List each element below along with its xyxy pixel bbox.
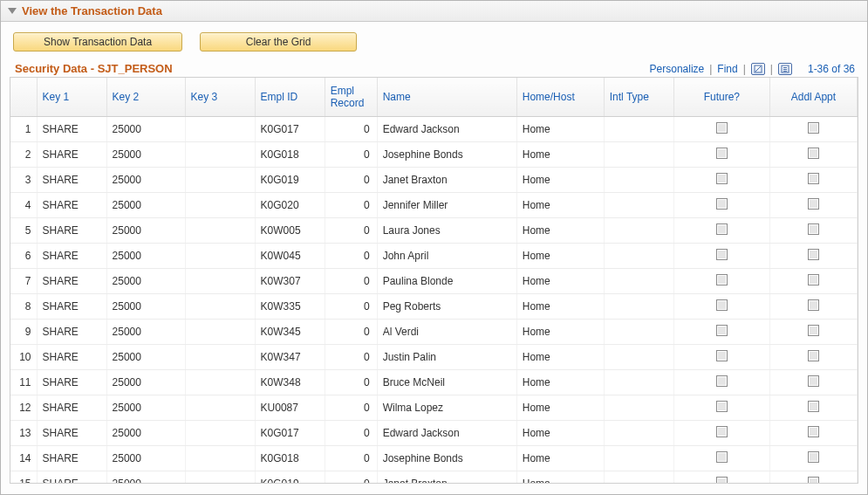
addl-appt-checkbox[interactable]: [808, 426, 819, 437]
cell-addl-appt: [769, 446, 857, 471]
table-row[interactable]: 4SHARE25000K0G0200Jennifer MillerHome: [10, 193, 858, 218]
table-row[interactable]: 12SHARE25000KU00870Wilma LopezHome: [10, 395, 858, 421]
cell-key2: 25000: [106, 244, 185, 269]
col-home-host[interactable]: Home/Host: [516, 78, 604, 117]
cell-home-host: Home: [516, 421, 604, 446]
separator: |: [709, 63, 712, 75]
cell-intl-type: [604, 142, 673, 168]
cell-name: Josephine Bonds: [377, 446, 516, 471]
cell-name: Bruce McNeil: [377, 370, 516, 395]
table-row[interactable]: 14SHARE25000K0G0180Josephine BondsHome: [10, 446, 858, 471]
table-row[interactable]: 1SHARE25000K0G0170Edward JacksonHome: [10, 117, 858, 142]
cell-emplid: K0G017: [255, 421, 325, 446]
future-checkbox[interactable]: [716, 477, 728, 484]
cell-future: [673, 142, 769, 168]
download-icon[interactable]: [778, 63, 792, 75]
future-checkbox[interactable]: [716, 274, 728, 285]
future-checkbox[interactable]: [716, 148, 728, 159]
cell-key3: [185, 370, 255, 395]
future-checkbox[interactable]: [716, 249, 728, 260]
cell-emplid: K0W335: [255, 294, 325, 320]
cell-future: [673, 117, 769, 142]
future-checkbox[interactable]: [716, 173, 728, 184]
cell-rownum: 10: [10, 345, 37, 370]
addl-appt-checkbox[interactable]: [808, 148, 819, 159]
cell-rownum: 3: [10, 168, 37, 193]
table-row[interactable]: 9SHARE25000K0W3450Al VerdiHome: [10, 320, 858, 345]
addl-appt-checkbox[interactable]: [808, 325, 819, 336]
collapse-icon[interactable]: [8, 8, 17, 14]
future-checkbox[interactable]: [716, 401, 728, 412]
addl-appt-checkbox[interactable]: [808, 173, 819, 184]
future-checkbox[interactable]: [716, 299, 728, 311]
col-addl-appt[interactable]: Addl Appt: [769, 78, 857, 117]
panel-header[interactable]: View the Transaction Data: [1, 1, 867, 22]
addl-appt-checkbox[interactable]: [808, 375, 819, 387]
col-key3[interactable]: Key 3: [185, 78, 255, 117]
show-transaction-button[interactable]: Show Transaction Data: [13, 32, 182, 52]
cell-key2: 25000: [106, 294, 185, 320]
addl-appt-checkbox[interactable]: [808, 299, 819, 311]
addl-appt-checkbox[interactable]: [808, 122, 819, 134]
table-row[interactable]: 11SHARE25000K0W3480Bruce McNeilHome: [10, 370, 858, 395]
row-count: 1-36 of 36: [808, 63, 855, 75]
addl-appt-checkbox[interactable]: [808, 198, 819, 210]
table-row[interactable]: 2SHARE25000K0G0180Josephine BondsHome: [10, 142, 858, 168]
future-checkbox[interactable]: [716, 198, 728, 210]
addl-appt-checkbox[interactable]: [808, 477, 819, 484]
personalize-link[interactable]: Personalize: [650, 63, 705, 75]
table-row[interactable]: 8SHARE25000K0W3350Peg RobertsHome: [10, 294, 858, 320]
cell-addl-appt: [769, 168, 857, 193]
cell-emplid: K0W307: [255, 269, 325, 294]
future-checkbox[interactable]: [716, 350, 728, 361]
cell-rownum: 11: [10, 370, 37, 395]
addl-appt-checkbox[interactable]: [808, 451, 819, 463]
cell-empl-rcd: 0: [325, 370, 377, 395]
addl-appt-checkbox[interactable]: [808, 249, 819, 260]
cell-key1: SHARE: [37, 193, 106, 218]
col-name[interactable]: Name: [377, 78, 516, 117]
table-row[interactable]: 5SHARE25000K0W0050Laura JonesHome: [10, 218, 858, 244]
future-checkbox[interactable]: [716, 375, 728, 387]
col-future[interactable]: Future?: [673, 78, 769, 117]
addl-appt-checkbox[interactable]: [808, 350, 819, 361]
table-row[interactable]: 10SHARE25000K0W3470Justin PalinHome: [10, 345, 858, 370]
cell-intl-type: [604, 421, 673, 446]
addl-appt-checkbox[interactable]: [808, 223, 819, 235]
cell-name: Josephine Bonds: [377, 142, 516, 168]
grid-scroll[interactable]: Key 1 Key 2 Key 3 Empl ID Empl Record Na…: [10, 77, 858, 484]
cell-emplid: K0W005: [255, 218, 325, 244]
table-row[interactable]: 15SHARE25000K0G0190Janet BraxtonHome: [10, 471, 858, 485]
col-empl-rcd[interactable]: Empl Record: [325, 78, 377, 117]
future-checkbox[interactable]: [716, 223, 728, 235]
future-checkbox[interactable]: [716, 426, 728, 437]
col-key1[interactable]: Key 1: [37, 78, 106, 117]
cell-emplid: K0G020: [255, 193, 325, 218]
cell-key3: [185, 421, 255, 446]
cell-intl-type: [604, 446, 673, 471]
addl-appt-checkbox[interactable]: [808, 401, 819, 412]
future-checkbox[interactable]: [716, 122, 728, 134]
cell-rownum: 7: [10, 269, 37, 294]
clear-grid-button[interactable]: Clear the Grid: [200, 32, 357, 52]
zoom-icon[interactable]: [751, 63, 765, 75]
col-emplid[interactable]: Empl ID: [255, 78, 325, 117]
table-row[interactable]: 3SHARE25000K0G0190Janet BraxtonHome: [10, 168, 858, 193]
cell-emplid: KU0087: [255, 395, 325, 421]
cell-rownum: 8: [10, 294, 37, 320]
table-row[interactable]: 6SHARE25000K0W0450John AprilHome: [10, 244, 858, 269]
col-intl-type[interactable]: Intl Type: [604, 78, 673, 117]
header-row: Key 1 Key 2 Key 3 Empl ID Empl Record Na…: [10, 78, 858, 117]
col-key2[interactable]: Key 2: [106, 78, 185, 117]
addl-appt-checkbox[interactable]: [808, 274, 819, 285]
find-link[interactable]: Find: [717, 63, 737, 75]
cell-intl-type: [604, 244, 673, 269]
cell-key1: SHARE: [37, 117, 106, 142]
future-checkbox[interactable]: [716, 451, 728, 463]
table-row[interactable]: 13SHARE25000K0G0170Edward JacksonHome: [10, 421, 858, 446]
table-row[interactable]: 7SHARE25000K0W3070Paulina BlondeHome: [10, 269, 858, 294]
cell-empl-rcd: 0: [325, 446, 377, 471]
cell-key2: 25000: [106, 395, 185, 421]
cell-name: Laura Jones: [377, 218, 516, 244]
future-checkbox[interactable]: [716, 325, 728, 336]
